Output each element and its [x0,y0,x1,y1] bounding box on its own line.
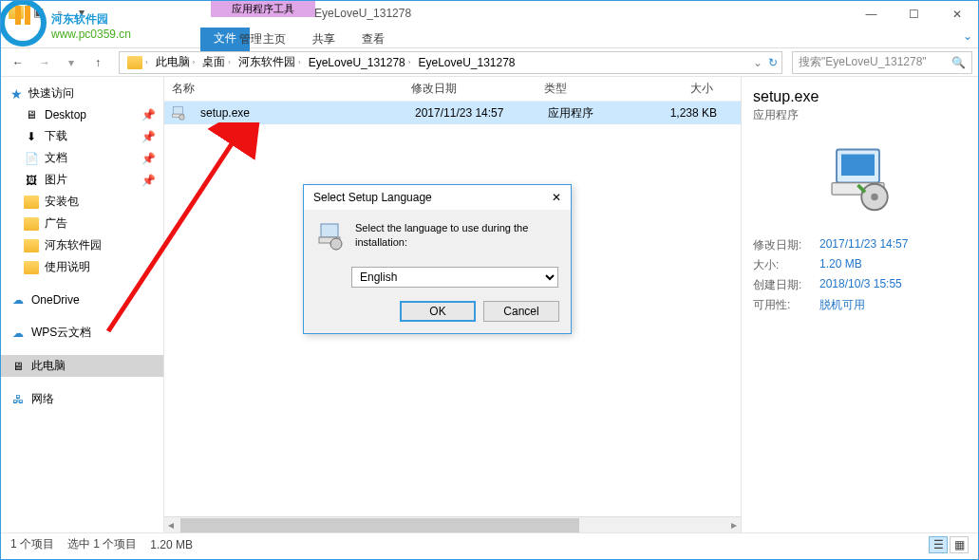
status-item-count: 1 个项目 [10,536,54,552]
sidebar-this-pc[interactable]: 🖥此电脑 [1,355,163,377]
history-dropdown[interactable]: ▾ [60,51,83,74]
file-row[interactable]: setup.exe 2017/11/23 14:57 应用程序 1,238 KB [164,102,741,124]
details-pane: setup.exe 应用程序 修改日期:2017/11/23 14:57 大小:… [741,77,978,532]
pin-icon: 📌 [141,174,156,187]
sidebar-item[interactable]: 广告 [1,213,163,234]
document-icon: 📄 [24,151,39,166]
details-row: 修改日期:2017/11/23 14:57 [753,237,967,253]
network-icon: 🖧 [10,392,26,407]
pin-icon: 📌 [141,108,156,121]
forward-button[interactable]: → [33,51,56,74]
window-controls: — ☐ ✕ [850,1,978,28]
sidebar-item[interactable]: 🖼图片📌 [1,169,163,191]
svg-point-16 [330,238,342,250]
column-headers[interactable]: 名称 修改日期 类型 大小 [164,77,741,102]
details-view-button[interactable]: ☰ [929,536,948,553]
status-bar: 1 个项目 选中 1 个项目 1.20 MB ☰ ▦ [1,532,978,555]
download-icon: ⬇ [24,129,39,144]
installer-icon [170,104,187,121]
svg-rect-9 [841,155,875,177]
sidebar-wps[interactable]: ☁WPS云文档 [1,322,163,344]
svg-rect-5 [173,106,182,114]
details-type: 应用程序 [753,107,967,123]
column-size[interactable]: 大小 [639,81,723,97]
sidebar-network[interactable]: 🖧网络 [1,388,163,410]
breadcrumb-item: 此电脑 › [152,54,199,70]
thumbnails-view-button[interactable]: ▦ [950,536,969,553]
language-select[interactable]: English [351,267,558,288]
status-size: 1.20 MB [150,538,193,551]
dialog-titlebar[interactable]: Select Setup Language ✕ [304,185,571,210]
picture-icon: 🖼 [24,173,39,188]
folder-icon [24,216,39,232]
ribbon-expand-icon[interactable]: ⌄ [963,29,972,43]
properties-icon[interactable]: ▣ [28,3,47,22]
dialog-close-icon[interactable]: ✕ [552,191,561,204]
folder-icon [24,260,39,275]
details-row: 可用性:脱机可用 [753,297,967,313]
refresh-icon[interactable]: ↻ [768,56,778,69]
scroll-right-icon[interactable]: ▸ [731,518,737,532]
file-date: 2017/11/23 14:57 [415,106,548,120]
column-type[interactable]: 类型 [544,81,639,97]
tab-share[interactable]: 共享 [299,28,348,51]
installer-large-icon [822,142,898,218]
sidebar-item[interactable]: 河东软件园 [1,234,163,256]
tab-manage[interactable]: 管理 [226,28,275,51]
column-name[interactable]: 名称 [164,81,411,97]
breadcrumb-item: EyeLoveU_131278 › [305,56,415,69]
dialog-text: Select the language to use during the in… [355,221,559,252]
ok-button[interactable]: OK [400,301,476,322]
breadcrumb[interactable]: › 此电脑 › 桌面 › 河东软件园 › EyeLoveU_131278 › E… [119,51,782,74]
tab-view[interactable]: 查看 [348,28,398,51]
folder-icon [7,3,26,22]
sidebar-item[interactable]: 使用说明 [1,256,163,278]
svg-point-7 [179,115,185,121]
new-folder-icon[interactable]: ▫ [50,3,69,22]
maximize-button[interactable]: ☐ [893,1,935,28]
qat-dropdown-icon[interactable]: ▾ [72,3,91,22]
details-row: 创建日期:2018/10/3 15:55 [753,277,967,293]
pin-icon: 📌 [141,152,156,165]
sidebar-item[interactable]: ⬇下载📌 [1,125,163,147]
titlebar: ▣ ▫ ▾ 应用程序工具 EyeLoveU_131278 文件 主页 共享 查看… [1,1,978,48]
sidebar-quick-access[interactable]: ★快速访问 [1,83,163,104]
cancel-button[interactable]: Cancel [483,301,559,322]
horizontal-scrollbar[interactable]: ◂ ▸ [164,516,741,532]
sidebar-item[interactable]: 安装包 [1,191,163,213]
column-date[interactable]: 修改日期 [411,81,544,97]
sidebar-item[interactable]: 📄文档📌 [1,147,163,169]
back-button[interactable]: ← [7,51,29,74]
view-mode-buttons: ☰ ▦ [929,536,969,553]
ribbon-context-label: 应用程序工具 [211,1,315,17]
status-selected-count: 选中 1 个项目 [67,536,137,552]
cloud-icon: ☁ [10,326,26,341]
breadcrumb-root-icon[interactable]: › [123,56,152,69]
star-icon: ★ [10,86,23,102]
file-type: 应用程序 [548,105,643,121]
sidebar-item[interactable]: 🖥Desktop📌 [1,104,163,125]
minimize-button[interactable]: — [850,1,893,28]
quick-access-toolbar: ▣ ▫ ▾ [1,1,97,24]
navigation-bar: ← → ▾ ↑ › 此电脑 › 桌面 › 河东软件园 › EyeLoveU_13… [1,48,978,77]
file-size: 1,238 KB [643,106,726,120]
scroll-left-icon[interactable]: ◂ [168,518,174,532]
breadcrumb-item: 桌面 › [198,54,235,70]
search-input[interactable]: 搜索"EyeLoveU_131278" 🔍 [792,51,972,74]
dialog-title: Select Setup Language [313,191,432,204]
sidebar-onedrive[interactable]: ☁OneDrive [1,289,163,310]
search-icon: 🔍 [951,56,966,69]
details-title: setup.exe [753,88,967,105]
breadcrumb-item: 河东软件园 › [235,54,305,70]
file-name: setup.exe [193,106,415,120]
up-button[interactable]: ↑ [86,51,109,74]
language-dialog: Select Setup Language ✕ Select the langu… [303,184,572,334]
svg-point-12 [871,194,878,201]
scroll-thumb[interactable] [180,518,579,532]
cloud-icon: ☁ [10,292,26,308]
pin-icon: 📌 [141,130,156,143]
close-button[interactable]: ✕ [935,1,978,28]
navigation-pane: ★快速访问 🖥Desktop📌 ⬇下载📌 📄文档📌 🖼图片📌 安装包 广告 河东… [1,77,164,532]
breadcrumb-item: EyeLoveU_131278 [414,56,518,69]
breadcrumb-dropdown-icon[interactable]: ⌄ [753,56,762,69]
